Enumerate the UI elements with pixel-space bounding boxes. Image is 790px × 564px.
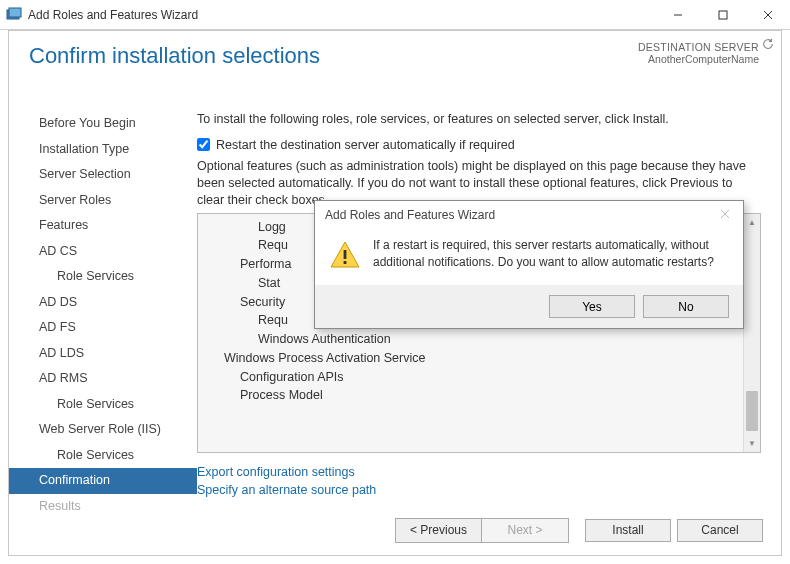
scroll-thumb[interactable] <box>746 391 758 431</box>
destination-label: DESTINATION SERVER <box>638 41 759 53</box>
scroll-up-icon[interactable]: ▲ <box>744 214 760 231</box>
destination-block: DESTINATION SERVER AnotherComputerName <box>638 41 759 65</box>
wizard-sidebar: Before You BeginInstallation TypeServer … <box>9 101 197 505</box>
sidebar-item-confirmation[interactable]: Confirmation <box>9 468 197 494</box>
sidebar-item-features[interactable]: Features <box>9 213 197 239</box>
sidebar-item-ad-cs[interactable]: AD CS <box>9 239 197 265</box>
maximize-button[interactable] <box>700 0 745 30</box>
confirm-restart-dialog: Add Roles and Features Wizard If a resta… <box>314 200 744 329</box>
window-titlebar: Add Roles and Features Wizard <box>0 0 790 30</box>
sidebar-item-ad-rms[interactable]: AD RMS <box>9 366 197 392</box>
sidebar-item-web-server-role-iis-[interactable]: Web Server Role (IIS) <box>9 417 197 443</box>
restart-checkbox-label: Restart the destination server automatic… <box>216 138 515 152</box>
install-button[interactable]: Install <box>585 519 671 542</box>
svg-rect-3 <box>719 11 727 19</box>
close-button[interactable] <box>745 0 790 30</box>
page-title: Confirm installation selections <box>29 43 320 69</box>
sidebar-item-ad-fs[interactable]: AD FS <box>9 315 197 341</box>
sidebar-item-ad-lds[interactable]: AD LDS <box>9 341 197 367</box>
dialog-message: If a restart is required, this server re… <box>373 237 727 271</box>
app-icon <box>6 7 22 23</box>
svg-rect-1 <box>9 8 21 17</box>
refresh-icon[interactable] <box>759 35 777 53</box>
sidebar-item-role-services[interactable]: Role Services <box>9 443 197 469</box>
wizard-footer: < Previous Next > Install Cancel <box>9 505 781 555</box>
list-item: Windows Process Activation Service <box>210 349 736 368</box>
scrollbar[interactable]: ▲ ▼ <box>743 214 760 452</box>
sidebar-item-server-roles[interactable]: Server Roles <box>9 188 197 214</box>
list-item: Configuration APIs <box>210 368 736 387</box>
warning-icon <box>329 239 361 271</box>
sidebar-item-role-services[interactable]: Role Services <box>9 392 197 418</box>
intro-text: To install the following roles, role ser… <box>197 111 761 128</box>
links-block: Export configuration settings Specify an… <box>197 463 761 501</box>
sidebar-item-role-services[interactable]: Role Services <box>9 264 197 290</box>
wizard-header: Confirm installation selections DESTINAT… <box>9 31 781 77</box>
dialog-footer: Yes No <box>315 285 743 328</box>
svg-rect-10 <box>344 261 347 264</box>
restart-checkbox-row[interactable]: Restart the destination server automatic… <box>197 138 761 152</box>
dialog-close-button[interactable] <box>711 203 739 225</box>
svg-rect-9 <box>344 250 347 259</box>
list-item: Process Model <box>210 386 736 405</box>
dialog-title: Add Roles and Features Wizard <box>325 208 495 222</box>
dialog-titlebar: Add Roles and Features Wizard <box>315 201 743 229</box>
minimize-button[interactable] <box>655 0 700 30</box>
next-button: Next > <box>482 519 568 542</box>
cancel-button[interactable]: Cancel <box>677 519 763 542</box>
alt-source-link[interactable]: Specify an alternate source path <box>197 481 761 500</box>
window-title: Add Roles and Features Wizard <box>28 8 198 22</box>
destination-value: AnotherComputerName <box>638 53 759 65</box>
dialog-no-button[interactable]: No <box>643 295 729 318</box>
sidebar-item-installation-type[interactable]: Installation Type <box>9 137 197 163</box>
export-link[interactable]: Export configuration settings <box>197 463 761 482</box>
sidebar-item-ad-ds[interactable]: AD DS <box>9 290 197 316</box>
scroll-down-icon[interactable]: ▼ <box>744 435 760 452</box>
sidebar-item-server-selection[interactable]: Server Selection <box>9 162 197 188</box>
list-item: Windows Authentication <box>210 330 736 349</box>
previous-button[interactable]: < Previous <box>396 519 482 542</box>
restart-checkbox[interactable] <box>197 138 210 151</box>
sidebar-item-before-you-begin[interactable]: Before You Begin <box>9 111 197 137</box>
dialog-yes-button[interactable]: Yes <box>549 295 635 318</box>
